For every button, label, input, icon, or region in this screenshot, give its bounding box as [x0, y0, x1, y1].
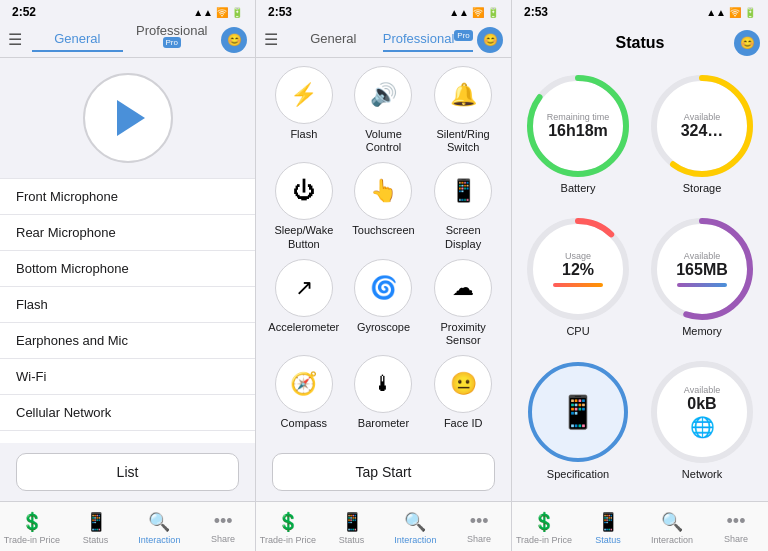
battery-sub: Remaining time [547, 112, 610, 122]
icon-sleep[interactable]: ⏻ Sleep/Wake Button [268, 162, 340, 250]
sensor-wifi[interactable]: Wi-Fi [0, 359, 255, 395]
memory-sub: Available [684, 251, 720, 261]
icon-accel[interactable]: ↗ Accelerometer [268, 259, 340, 347]
cpu-bar [553, 283, 603, 287]
network-sub: Available [684, 385, 720, 395]
time-1: 2:52 [12, 5, 36, 19]
tab-share-3[interactable]: ••• Share [704, 506, 768, 549]
sensor-bottom-mic[interactable]: Bottom Microphone [0, 251, 255, 287]
tab-general-1[interactable]: General [32, 27, 123, 52]
tab-interaction-3[interactable]: 🔍 Interaction [640, 506, 704, 549]
icon-silent[interactable]: 🔔 Silent/Ring Switch [427, 66, 499, 154]
play-circle[interactable] [83, 73, 173, 163]
interaction-grid: ⚡ Flash 🔊 Volume Control 🔔 Silent/Ring S… [256, 58, 511, 443]
barometer-label: Barometer [358, 417, 409, 430]
hamburger-icon-2[interactable]: ☰ [264, 30, 278, 49]
icon-screen[interactable]: 📱 Screen Display [427, 162, 499, 250]
battery-icon-2: 🔋 [487, 7, 499, 18]
signal-icon-2: ▲▲ [449, 7, 469, 18]
screen-label: Screen Display [427, 224, 499, 250]
tab-professional-1[interactable]: Professional Pro [127, 19, 218, 59]
share-label-3: Share [724, 534, 748, 544]
battery-label: Battery [561, 182, 596, 194]
volume-icon: 🔊 [354, 66, 412, 124]
avatar-1[interactable]: 😊 [221, 27, 247, 53]
mem-bar [677, 283, 727, 287]
tab-status-2[interactable]: 📱 Status [320, 506, 384, 549]
network-label: Network [682, 468, 722, 480]
sensor-earphones[interactable]: Earphones and Mic [0, 323, 255, 359]
sensor-bluetooth[interactable]: Bluetooth [0, 431, 255, 443]
tab-professional-2[interactable]: ProfessionalPro [383, 27, 474, 52]
gyro-label: Gyroscope [357, 321, 410, 334]
gauge-storage-container: Available 324… [648, 72, 756, 180]
status-icon-tab-2: 📱 [341, 511, 363, 533]
share-label-2: Share [467, 534, 491, 544]
gyro-icon: 🌀 [354, 259, 412, 317]
signal-icon: ▲▲ [193, 7, 213, 18]
icon-barometer[interactable]: 🌡 Barometer [347, 355, 419, 430]
top-tabs-2: ☰ General ProfessionalPro 😊 [256, 22, 511, 58]
tab-share-1[interactable]: ••• Share [191, 506, 255, 549]
icon-row-3: ↗ Accelerometer 🌀 Gyroscope ☁ Proximity … [264, 259, 503, 347]
sensor-cellular[interactable]: Cellular Network [0, 395, 255, 431]
spec-label: Specification [547, 468, 609, 480]
icon-faceid[interactable]: 😐 Face ID [427, 355, 499, 430]
status-label-2: Status [339, 535, 365, 545]
sleep-label: Sleep/Wake Button [268, 224, 340, 250]
icon-gyro[interactable]: 🌀 Gyroscope [347, 259, 419, 347]
accel-label: Accelerometer [268, 321, 339, 334]
proximity-label: Proximity Sensor [427, 321, 499, 347]
compass-label: Compass [281, 417, 327, 430]
avatar-3[interactable]: 😊 [734, 30, 760, 56]
tab-status-1[interactable]: 📱 Status [64, 506, 128, 549]
icon-proximity[interactable]: ☁ Proximity Sensor [427, 259, 499, 347]
network-icon: 🌐 [690, 415, 715, 439]
interaction-label-3: Interaction [651, 535, 693, 545]
signal-icon-3: ▲▲ [706, 7, 726, 18]
proximity-icon: ☁ [434, 259, 492, 317]
silent-icon: 🔔 [434, 66, 492, 124]
tab-general-2[interactable]: General [288, 27, 379, 52]
tradein-label-2: Trade-in Price [260, 535, 316, 545]
gauge-battery-container: Remaining time 16h18m [524, 72, 632, 180]
tab-tradein-2[interactable]: 💲 Trade-in Price [256, 506, 320, 549]
cpu-inner: Usage 12% [553, 251, 603, 287]
tab-interaction-2[interactable]: 🔍 Interaction [384, 506, 448, 549]
avatar-2[interactable]: 😊 [477, 27, 503, 53]
tab-tradein-1[interactable]: 💲 Trade-in Price [0, 506, 64, 549]
tab-share-2[interactable]: ••• Share [447, 506, 511, 549]
status-icons-3: ▲▲ 🛜 🔋 [706, 7, 756, 18]
cpu-label: CPU [566, 325, 589, 337]
sensor-flash[interactable]: Flash [0, 287, 255, 323]
memory-value: 165MB [676, 261, 728, 279]
icon-touchscreen[interactable]: 👆 Touchscreen [347, 162, 419, 250]
list-button[interactable]: List [16, 453, 239, 491]
status-icon-tab-3: 📱 [597, 511, 619, 533]
gauge-spec-container: 📱 [524, 358, 632, 466]
battery-icon-3: 🔋 [744, 7, 756, 18]
icon-compass[interactable]: 🧭 Compass [268, 355, 340, 430]
silent-label: Silent/Ring Switch [427, 128, 499, 154]
tab-interaction-1[interactable]: 🔍 Interaction [128, 506, 192, 549]
hamburger-icon[interactable]: ☰ [8, 30, 22, 49]
icon-volume[interactable]: 🔊 Volume Control [347, 66, 419, 154]
interaction-icon-3: 🔍 [661, 511, 683, 533]
sensor-rear-mic[interactable]: Rear Microphone [0, 215, 255, 251]
volume-label: Volume Control [347, 128, 419, 154]
touchscreen-label: Touchscreen [352, 224, 414, 237]
status-bar-3: 2:53 ▲▲ 🛜 🔋 [512, 0, 768, 22]
tab-status-3[interactable]: 📱 Status [576, 506, 640, 549]
icon-row-4: 🧭 Compass 🌡 Barometer 😐 Face ID [264, 355, 503, 430]
tab-tradein-3[interactable]: 💲 Trade-in Price [512, 506, 576, 549]
tap-start-button[interactable]: Tap Start [272, 453, 495, 491]
gauge-spec[interactable]: 📱 Specification [520, 358, 636, 493]
play-button[interactable] [117, 100, 145, 136]
memory-inner: Available 165MB [676, 251, 728, 287]
icon-flash[interactable]: ⚡ Flash [268, 66, 340, 154]
faceid-icon: 😐 [434, 355, 492, 413]
status-title: Status [616, 28, 665, 58]
sensor-front-mic[interactable]: Front Microphone [0, 178, 255, 215]
cpu-value: 12% [562, 261, 594, 279]
screen-icon: 📱 [434, 162, 492, 220]
